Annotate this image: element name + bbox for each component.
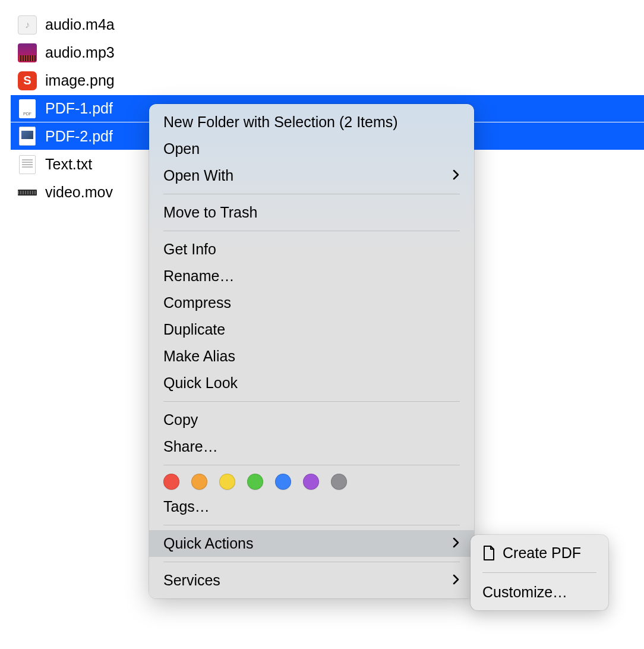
menu-label: Quick Actions: [163, 535, 253, 552]
menu-open[interactable]: Open: [149, 136, 474, 162]
tag-color-gray[interactable]: [331, 474, 347, 490]
file-name-label: PDF-1.pdf: [45, 100, 113, 117]
menu-label: Quick Look: [163, 374, 238, 392]
menu-label: Copy: [163, 411, 198, 429]
png-icon: S: [18, 71, 37, 90]
tag-color-row: [149, 470, 474, 493]
txt-icon: [18, 155, 37, 174]
menu-copy[interactable]: Copy: [149, 407, 474, 433]
menu-label: Make Alias: [163, 348, 235, 365]
submenu-label: Create PDF: [503, 544, 581, 562]
tag-color-red[interactable]: [163, 474, 179, 490]
menu-open-with[interactable]: Open With: [149, 162, 474, 189]
chevron-right-icon: [453, 536, 460, 552]
menu-separator: [163, 401, 460, 402]
menu-new-folder-selection[interactable]: New Folder with Selection (2 Items): [149, 109, 474, 136]
menu-quick-actions[interactable]: Quick Actions: [149, 530, 474, 557]
tag-color-blue[interactable]: [275, 474, 291, 490]
submenu-create-pdf[interactable]: Create PDF: [471, 540, 608, 566]
menu-label: Duplicate: [163, 321, 225, 338]
file-item[interactable]: audio.mp3: [11, 39, 644, 67]
menu-label: Services: [163, 572, 220, 589]
file-name-label: audio.m4a: [45, 16, 115, 33]
menu-label: Compress: [163, 294, 231, 311]
quick-actions-submenu: Create PDF Customize…: [471, 535, 608, 610]
menu-move-to-trash[interactable]: Move to Trash: [149, 199, 474, 226]
menu-services[interactable]: Services: [149, 567, 474, 594]
menu-separator: [163, 562, 460, 562]
menu-tags[interactable]: Tags…: [149, 493, 474, 520]
menu-duplicate[interactable]: Duplicate: [149, 316, 474, 343]
tag-color-yellow[interactable]: [219, 474, 235, 490]
audio-mp3-icon: [18, 43, 37, 62]
menu-separator: [163, 465, 460, 465]
menu-separator: [163, 231, 460, 231]
context-menu: New Folder with Selection (2 Items) Open…: [149, 104, 474, 598]
file-item[interactable]: ♪ audio.m4a: [11, 11, 644, 39]
submenu-label: Customize…: [482, 584, 567, 601]
menu-label: New Folder with Selection (2 Items): [163, 114, 398, 131]
file-name-label: PDF-2.pdf: [45, 128, 113, 145]
file-name-label: video.mov: [45, 184, 113, 201]
file-item[interactable]: S image.png: [11, 67, 644, 94]
menu-label: Get Info: [163, 241, 216, 258]
menu-label: Open: [163, 140, 200, 157]
menu-separator: [482, 572, 596, 573]
menu-rename[interactable]: Rename…: [149, 263, 474, 289]
file-name-label: audio.mp3: [45, 44, 115, 61]
menu-label: Move to Trash: [163, 204, 257, 221]
menu-separator: [163, 194, 460, 194]
menu-label: Rename…: [163, 267, 235, 285]
menu-label: Share…: [163, 438, 218, 455]
menu-quick-look[interactable]: Quick Look: [149, 370, 474, 396]
chevron-right-icon: [453, 168, 460, 184]
file-name-label: image.png: [45, 72, 115, 89]
menu-share[interactable]: Share…: [149, 433, 474, 460]
submenu-customize[interactable]: Customize…: [471, 579, 608, 606]
mov-icon: [18, 183, 37, 202]
file-name-label: Text.txt: [45, 156, 92, 173]
pdf-icon: [18, 99, 37, 118]
menu-label: Open With: [163, 167, 233, 184]
menu-make-alias[interactable]: Make Alias: [149, 343, 474, 370]
menu-label: Tags…: [163, 498, 210, 515]
menu-compress[interactable]: Compress: [149, 289, 474, 316]
document-icon: [482, 545, 495, 562]
audio-m4a-icon: ♪: [18, 15, 37, 34]
menu-separator: [163, 525, 460, 525]
menu-get-info[interactable]: Get Info: [149, 236, 474, 263]
tag-color-orange[interactable]: [191, 474, 207, 490]
tag-color-purple[interactable]: [303, 474, 319, 490]
pdf-preview-icon: [18, 127, 37, 146]
chevron-right-icon: [453, 573, 460, 588]
tag-color-green[interactable]: [247, 474, 263, 490]
